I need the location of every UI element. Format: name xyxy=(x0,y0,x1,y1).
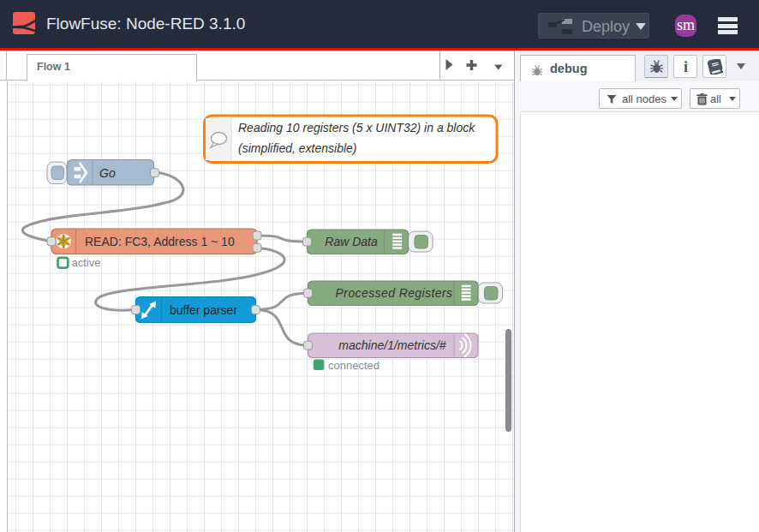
svg-text:Processed Registers: Processed Registers xyxy=(336,286,453,300)
svg-text:active: active xyxy=(72,256,101,269)
svg-text:READ: FC3, Address 1 ~ 10: READ: FC3, Address 1 ~ 10 xyxy=(85,235,235,248)
svg-text:buffer parser: buffer parser xyxy=(170,303,237,317)
svg-text:connected: connected xyxy=(328,359,380,372)
svg-text:(simplified, extensible): (simplified, extensible) xyxy=(238,141,357,155)
svg-text:Reading 10 registers (5 x UINT: Reading 10 registers (5 x UINT32) in a b… xyxy=(238,121,475,134)
svg-text:Go: Go xyxy=(99,166,116,180)
svg-text:machine/1/metrics/#: machine/1/metrics/# xyxy=(338,338,445,352)
svg-text:Raw Data: Raw Data xyxy=(325,235,378,248)
